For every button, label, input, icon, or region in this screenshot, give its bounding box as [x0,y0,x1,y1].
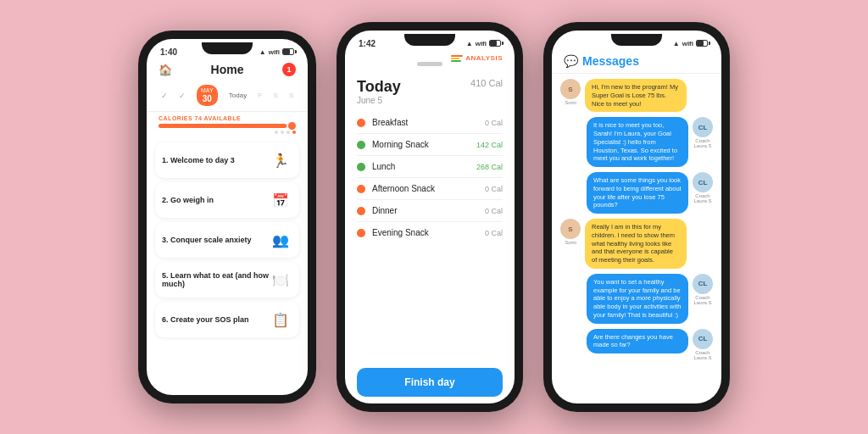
status-time-2: 1:42 [359,39,376,48]
phone-home-screen: 1:40 ▲ wifi 🏠 Home 1 ✓ ✓ [147,39,308,395]
food-breakfast[interactable]: Breakfast 0 Cal [357,112,503,134]
dot-2 [281,131,284,134]
task-item-5[interactable]: 5. Learn what to eat (and how much) 🍽️ [155,262,299,298]
phone-notch-3 [611,34,662,46]
calendar-strip: ✓ ✓ MAY 30 Today F S S [147,81,308,111]
analysis-text: ANALYSIS [465,54,503,62]
dinner-name: Dinner [372,206,485,215]
signal-icon-1: ▲ [259,48,266,56]
food-evening-snack[interactable]: Evening Snack 0 Cal [357,222,503,243]
food-afternoon-snack[interactable]: Afternoon Snack 0 Cal [357,178,503,200]
lunch-dot [357,163,365,171]
phone-messages: ▲ wifi 💬 Messages S Somi [543,22,730,412]
task-label-3: 3. Conquer scale anxiety [162,236,269,244]
dot-3 [287,131,290,134]
phone-home: 1:40 ▲ wifi 🏠 Home 1 ✓ ✓ [138,31,316,403]
morning-snack-dot [357,141,365,149]
task-item-6[interactable]: 6. Create your SOS plan 📋 [155,302,299,337]
cal-day-30[interactable]: MAY 30 [197,85,218,106]
today-header: Today June 5 410 Cal [345,73,515,108]
task-item-3[interactable]: 3. Conquer scale anxiety 👥 [155,222,299,258]
chat-row-5: CL CoachLaura S You want to set a health… [560,274,713,324]
chat-avatar-col-6: CL CoachLaura S [693,329,713,360]
dot-4 [292,131,296,134]
messages-header: 💬 Messages [552,51,721,74]
cal-f-label: F [258,92,262,99]
avatar-label-coach-4: CoachLaura S [693,350,713,360]
chat-avatar-col-2: CL CoachLaura S [693,117,713,148]
battery-icon-1 [282,48,294,55]
task-icon-2: 📅 [269,188,292,212]
today-title: Today [357,78,401,96]
analysis-label: ANALYSIS [451,54,503,62]
chat-avatar-col-4: S Somi [560,219,581,245]
progress-bar-fill [159,124,287,128]
morning-snack-cal: 142 Cal [476,141,503,149]
food-lunch[interactable]: Lunch 268 Cal [357,156,503,178]
swipe-handle [417,62,442,66]
breakfast-name: Breakfast [372,118,485,127]
dots-row [159,131,296,134]
task-label-5: 5. Learn what to eat (and how much) [162,271,269,288]
status-icons-1: ▲ wifi [259,48,294,56]
cal-num-30: 30 [203,94,212,103]
avatar-coach-2: CL [693,172,713,192]
afternoon-snack-name: Afternoon Snack [372,184,485,193]
task-label-2: 2. Go weigh in [162,196,269,204]
cal-s2-label: S [289,92,293,99]
lunch-name: Lunch [372,162,476,171]
food-dinner[interactable]: Dinner 0 Cal [357,200,503,222]
breakfast-dot [357,119,365,127]
progress-bar-track [159,124,296,128]
chat-row-3: CL CoachLaura S What are some things you… [560,172,713,214]
finish-day-button[interactable]: Finish day [357,368,503,397]
chat-list: S Somi Hi, I'm new to the program! My Su… [552,74,721,403]
wifi-icon-3: wifi [682,40,693,47]
wifi-icon-1: wifi [269,48,280,56]
dot-1 [275,131,278,134]
bubble-coach-2: What are some things you look forward to… [587,172,688,214]
afternoon-snack-cal: 0 Cal [485,185,503,193]
battery-icon-2 [489,40,501,47]
phone-today-screen: 1:42 ▲ wifi ANALYSIS [345,31,515,403]
food-list: Breakfast 0 Cal Morning Snack 142 Cal Lu… [345,108,515,361]
bubble-coach-3: You want to set a healthy example for yo… [587,274,688,324]
status-icons-3: ▲ wifi [673,40,708,47]
phone2-top: ANALYSIS [345,51,515,73]
bubble-coach-4: Are there changes you have made so far? [587,329,688,354]
task-item-1[interactable]: 1. Welcome to day 3 🏃 [155,142,299,178]
evening-snack-cal: 0 Cal [485,229,503,237]
cal-day-today: Today [229,92,247,99]
avatar-coach-1: CL [693,117,713,137]
signal-icon-2: ▲ [466,40,473,47]
lunch-cal: 268 Cal [476,163,503,171]
cal-day-s2: S [289,92,293,99]
today-total-cal: 410 Cal [470,78,503,88]
status-icons-2: ▲ wifi [466,40,501,47]
avatar-somi-2: S [560,219,581,239]
analysis-dot-3 [451,60,461,62]
food-morning-snack[interactable]: Morning Snack 142 Cal [357,134,503,156]
task-label-1: 1. Welcome to day 3 [162,156,269,164]
wifi-icon-2: wifi [476,40,487,47]
cal-s1-label: S [273,92,277,99]
morning-snack-name: Morning Snack [372,140,476,149]
cal-day-f: F [258,92,262,99]
task-item-2[interactable]: 2. Go weigh in 📅 [155,182,299,218]
chat-avatar-col-1: S Somi [560,79,581,105]
chat-row-2: CL CoachLaura S It is nice to meet you t… [560,117,713,167]
avatar-label-coach-3: CoachLaura S [693,295,713,305]
home-icon: 🏠 [159,64,172,76]
phone-messages-screen: ▲ wifi 💬 Messages S Somi [552,31,721,403]
chat-row-1: S Somi Hi, I'm new to the program! My Su… [560,79,713,112]
dinner-dot [357,207,365,215]
analysis-dot-1 [451,55,463,57]
battery-icon-3 [696,40,708,47]
chat-avatar-col-3: CL CoachLaura S [693,172,713,203]
home-title: Home [211,63,244,76]
breakfast-cal: 0 Cal [485,119,503,127]
messages-title: 💬 Messages [564,54,709,68]
signal-icon-3: ▲ [673,40,680,47]
progress-marker [288,122,296,130]
calories-section: CALORIES 74 AVAILABLE [147,111,308,139]
